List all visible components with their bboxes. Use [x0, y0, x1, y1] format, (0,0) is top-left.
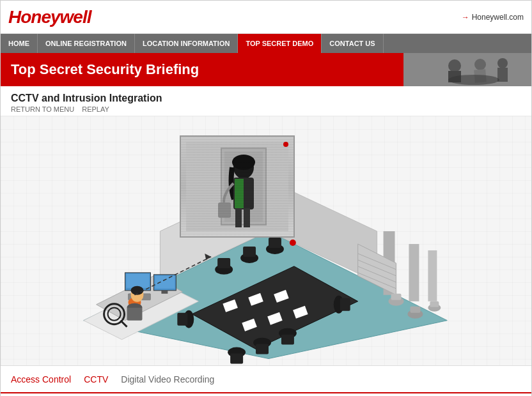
tab-cctv[interactable]: CCTV [84, 374, 108, 385]
header: Honeywell Honeywell.com [1, 1, 531, 34]
navigation: HOMEONLINE REGISTRATIONLOCATION INFORMAT… [1, 34, 531, 53]
scene-container [1, 116, 531, 365]
camera-feed [181, 137, 293, 236]
cam-alert-dot [283, 142, 288, 147]
svg-rect-49 [391, 294, 402, 300]
nav-item-location-info[interactable]: LOCATION INFORMATION [135, 34, 238, 53]
svg-rect-59 [155, 276, 175, 289]
camera-popup [180, 135, 295, 238]
svg-point-3 [474, 59, 486, 70]
sub-link-replay[interactable]: REPLAY [82, 105, 109, 113]
svg-point-7 [448, 75, 499, 85]
svg-rect-43 [281, 335, 294, 345]
svg-rect-60 [161, 291, 168, 294]
svg-rect-15 [428, 250, 437, 301]
footer: Terms & Conditions|Privacy Statement|Sit… [1, 392, 531, 396]
sub-header: CCTV and Intrusion Integration RETURN TO… [1, 86, 531, 116]
svg-rect-39 [230, 354, 243, 364]
svg-point-5 [497, 58, 508, 68]
svg-point-1 [448, 59, 461, 72]
tab-dvr[interactable]: Digital Video Recording [121, 374, 214, 385]
content-title: CCTV and Intrusion Integration [11, 93, 521, 104]
nav-item-contact[interactable]: CONTACT US [322, 34, 383, 53]
tab-access-control[interactable]: Access Control [11, 374, 71, 385]
hero-image [403, 53, 531, 86]
svg-rect-66 [127, 308, 143, 321]
svg-rect-35 [243, 247, 256, 257]
svg-rect-33 [217, 258, 230, 268]
sub-link-return[interactable]: RETURN TO MENU [11, 105, 74, 113]
honeywell-link[interactable]: Honeywell.com [462, 13, 524, 22]
svg-rect-14 [409, 244, 419, 301]
hero-photo [403, 53, 531, 86]
svg-rect-47 [177, 313, 187, 326]
svg-rect-37 [269, 238, 281, 248]
hero-banner: Top Secret Security Briefing [1, 53, 531, 86]
logo: Honeywell [8, 7, 91, 27]
hero-title: Top Secret Security Briefing [11, 61, 199, 78]
main-content [1, 116, 531, 365]
svg-rect-41 [256, 344, 269, 354]
bottom-tabs: Access ControlCCTVDigital Video Recordin… [1, 365, 531, 392]
nav-item-online-reg[interactable]: ONLINE REGISTRATION [38, 34, 135, 53]
svg-point-72 [290, 240, 296, 246]
nav-item-home[interactable]: HOME [1, 34, 38, 53]
svg-rect-53 [430, 301, 439, 307]
svg-rect-51 [410, 307, 420, 313]
nav-item-top-secret[interactable]: TOP SECRET DEMO [238, 34, 322, 53]
svg-rect-56 [127, 274, 150, 288]
svg-rect-45 [340, 298, 350, 311]
sub-links: RETURN TO MENUREPLAY [11, 105, 521, 113]
